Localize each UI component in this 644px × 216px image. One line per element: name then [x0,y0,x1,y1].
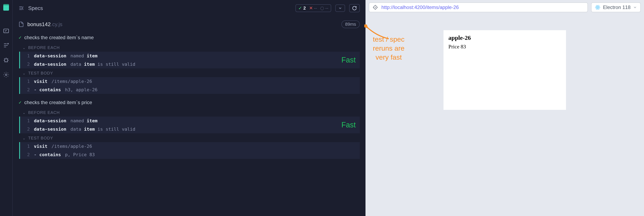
cmd-name: visit [34,79,47,84]
test-list: ✓ checks the created item`s name ⌄ BEFOR… [13,32,366,216]
test-title-row[interactable]: ✓ checks the created item`s name [18,32,360,43]
x-icon: ✕ [309,6,313,11]
fast-annotation: Fast [342,56,356,64]
nav-specs-icon[interactable] [2,27,10,34]
browser-selector[interactable]: Electron 118 [591,2,641,12]
cmd-arg: p, Price 83 [65,152,95,157]
svg-point-3 [5,74,7,76]
chevron-down-icon: ⌄ [22,46,26,50]
aut-price: Price 83 [448,44,561,50]
cmd-number: 1 [24,53,30,58]
command-row[interactable]: 2 - contains h3, apple-26 [20,86,360,94]
svg-point-1 [8,43,8,44]
cmd-number: 2 [24,87,30,92]
aut-heading: apple-26 [448,34,561,41]
specs-title: Specs [28,5,291,12]
svg-point-2 [4,58,8,62]
nav-runs-icon[interactable] [2,42,10,49]
selector-playground-icon[interactable] [372,4,378,10]
url-text: http://localhost:4200/items/apple-26 [382,4,459,10]
spec-file-row[interactable]: bonus142.cy.js 89ms [13,16,366,32]
file-name: bonus142 [27,21,51,27]
test-body-label[interactable]: ⌄ TEST BODY [18,133,360,142]
cmd-name: data-session [34,126,66,132]
preview-panel: http://localhost:4200/items/apple-26 Ele… [366,0,644,216]
chevron-down-icon [633,5,637,10]
browser-name: Electron 118 [603,4,630,10]
test-block: ✓ checks the created item`s name ⌄ BEFOR… [13,32,366,94]
command-row[interactable]: 1 visit /items/apple-26 [20,142,360,150]
svg-point-5 [375,7,376,8]
cmd-name: contains [40,87,61,92]
check-icon: ✓ [18,35,22,40]
command-row[interactable]: 2 data-session data item is still valid [20,60,360,68]
before-each-label[interactable]: ⌄ BEFORE EACH [18,43,360,52]
cmd-name: visit [34,144,47,149]
cmd-name: contains [40,152,61,157]
cmd-number: 2 [24,126,30,132]
command-row[interactable]: 1 visit /items/apple-26 [20,77,360,86]
run-stats: ✓ 2 ✕ -- ◌ -- [296,4,331,12]
cmd-number: 2 [24,152,30,157]
nav-iconbar [0,0,12,216]
before-each-label[interactable]: ⌄ BEFORE EACH [18,108,360,116]
cmd-number: 1 [24,79,30,84]
fail-count: -- [314,6,317,11]
command-row[interactable]: 2 - contains p, Price 83 [20,150,360,159]
nav-debug-icon[interactable] [2,56,10,64]
command-row[interactable]: 1 data-session named item [20,116,360,125]
cmd-arg: h3, apple-26 [65,87,98,92]
app-under-test-frame[interactable]: apple-26 Price 83 [444,30,566,110]
chevron-down-icon: ⌄ [22,71,26,76]
cmd-arg: /items/apple-26 [52,144,92,149]
cmd-name: data-session [34,53,66,58]
test-title: checks the created item`s name [24,35,94,40]
annotation-text: test / spec reruns are very fast [373,35,404,62]
test-body-commands: 1 visit /items/apple-26 2 - contains h3,… [19,77,360,94]
check-icon: ✓ [18,100,22,105]
test-body-label[interactable]: ⌄ TEST BODY [18,68,360,77]
before-each-commands: Fast 1 data-session named item 2 data-se… [19,52,360,68]
file-icon [18,22,24,27]
before-each-commands: Fast 1 data-session named item 2 data-se… [19,116,360,133]
cmd-number: 1 [24,144,30,149]
chevron-down-icon: ⌄ [22,136,26,140]
file-ext: .cy.js [51,21,62,27]
command-row[interactable]: 1 data-session named item [20,52,360,60]
cmd-arg: /items/apple-26 [52,79,92,84]
check-icon: ✓ [298,6,302,11]
test-body-commands: 1 visit /items/apple-26 2 - contains p, … [19,142,360,159]
test-title: checks the created item`s price [24,100,92,105]
test-block: ✓ checks the created item`s price ⌄ BEFO… [13,97,366,159]
collapse-icon[interactable] [18,5,24,11]
cmd-number: 2 [24,62,30,67]
cmd-name: data-session [34,62,66,67]
cmd-name: data-session [34,118,66,123]
fast-annotation: Fast [342,121,356,129]
rerun-button[interactable] [349,4,360,12]
url-bar[interactable]: http://localhost:4200/items/apple-26 [369,2,588,12]
pending-icon: ◌ [320,6,324,11]
specs-panel: Specs ✓ 2 ✕ -- ◌ -- bonus142.cy.js 89ms [12,0,366,216]
chevron-down-icon: ⌄ [22,110,26,115]
command-row[interactable]: 2 data-session data item is still valid [20,125,360,133]
cmd-number: 1 [24,118,30,123]
svg-point-9 [597,7,598,8]
electron-icon [595,4,600,10]
spec-time-badge: 89ms [342,20,360,28]
pending-count: -- [325,6,328,11]
nav-settings-icon[interactable] [2,71,10,78]
test-title-row[interactable]: ✓ checks the created item`s price [18,97,360,108]
pass-count: 2 [303,6,306,11]
app-logo[interactable] [2,4,10,12]
expand-menu-button[interactable] [335,4,345,12]
